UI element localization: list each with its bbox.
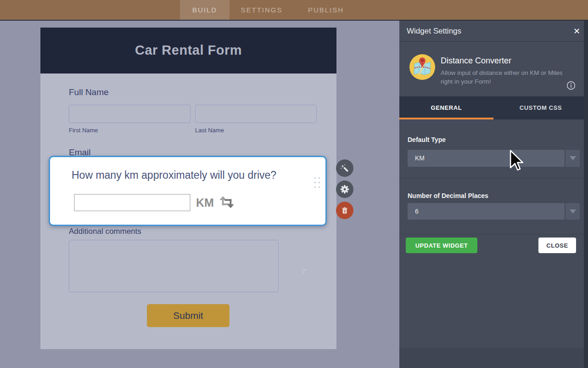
default-type-label: Default Type (408, 136, 446, 143)
decimal-places-select-arrow[interactable] (566, 203, 580, 220)
chevron-down-icon (570, 156, 576, 160)
last-name-input[interactable] (195, 105, 317, 123)
panel-bottom-strip (399, 348, 588, 368)
tab-publish[interactable]: PUBLISH (294, 0, 358, 20)
widget-description-line2: right in your Form! (441, 78, 491, 85)
first-name-input[interactable] (69, 105, 190, 123)
decimal-places-label: Number of Decimal Places (408, 192, 488, 199)
form-title: Car Rental Form (40, 43, 336, 58)
full-name-label: Full Name (69, 87, 109, 97)
last-name-sublabel: Last Name (195, 127, 224, 134)
map-icon (409, 54, 435, 80)
chevron-down-icon (570, 209, 576, 214)
submit-button[interactable]: Submit (147, 304, 230, 327)
widget-info-section: Distance Converter Allow input of distan… (399, 42, 588, 96)
default-type-select-arrow[interactable] (566, 150, 580, 167)
tab-build[interactable]: BUILD (180, 0, 230, 20)
close-button[interactable]: CLOSE (538, 238, 576, 253)
topbar: BUILD SETTINGS PUBLISH (0, 0, 588, 20)
decimal-places-select[interactable]: 6 (408, 203, 565, 220)
magic-wand-icon (340, 164, 349, 173)
widget-description: Allow input of distance either on KM or … (441, 68, 564, 86)
update-widget-button[interactable]: UPDATE WIDGET (406, 238, 477, 253)
default-type-row: Default Type KM (399, 119, 588, 178)
form-builder-screen: BUILD SETTINGS PUBLISH Car Rental Form F… (0, 0, 588, 368)
decimal-places-row: Number of Decimal Places 6 (399, 178, 588, 234)
comments-textarea[interactable] (69, 240, 279, 292)
first-name-sublabel: First Name (69, 127, 98, 134)
distance-input[interactable] (74, 194, 190, 211)
swap-units-icon[interactable] (219, 196, 235, 209)
drag-handle[interactable] (314, 177, 321, 189)
unit-label: KM (196, 196, 214, 209)
trash-icon (341, 206, 349, 215)
distance-converter-icon (409, 54, 435, 80)
magic-wand-button[interactable] (336, 159, 353, 177)
panel-tab-bar: GENERAL CUSTOM CSS (399, 96, 588, 119)
panel-header: Widget Settings ✕ (399, 21, 588, 42)
widget-description-line1: Allow input of distance either on KM or … (441, 69, 563, 76)
panel-scrollbar[interactable] (584, 21, 588, 368)
delete-widget-button[interactable] (336, 202, 353, 219)
form-header[interactable]: Car Rental Form (40, 28, 336, 74)
selected-widget-card[interactable]: How many km approximately will you drive… (49, 156, 327, 226)
tab-custom-css[interactable]: CUSTOM CSS (493, 96, 588, 119)
tab-general[interactable]: GENERAL (399, 96, 493, 119)
resize-handle-dots (302, 269, 306, 272)
panel-footer: UPDATE WIDGET CLOSE (399, 234, 588, 277)
info-icon[interactable] (566, 81, 576, 90)
panel-title: Widget Settings (407, 27, 461, 36)
widget-settings-button[interactable] (336, 181, 353, 198)
close-icon[interactable]: ✕ (573, 26, 580, 36)
widget-question-label: How many km approximately will you drive… (72, 169, 276, 181)
comments-label: Additional comments (69, 227, 141, 236)
decimal-places-value: 6 (415, 203, 419, 220)
tab-settings[interactable]: SETTINGS (230, 0, 294, 20)
mouse-cursor (510, 150, 523, 171)
widget-settings-panel: Widget Settings ✕ Distance Converter All… (399, 21, 588, 368)
default-type-value: KM (415, 150, 425, 167)
gear-icon (340, 184, 350, 194)
default-type-select[interactable]: KM (408, 150, 565, 167)
widget-name: Distance Converter (441, 56, 511, 66)
